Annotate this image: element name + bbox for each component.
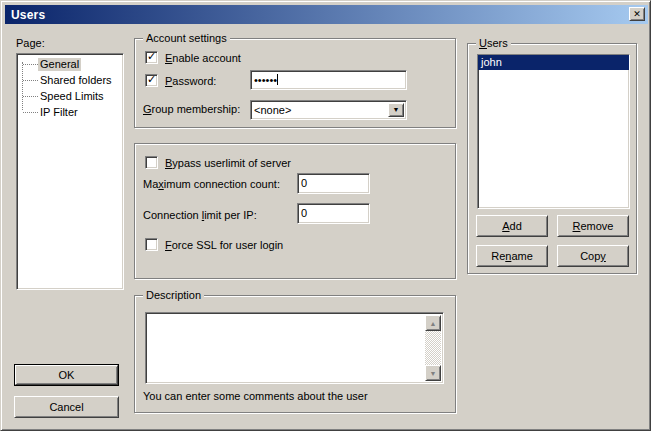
per-ip-limit-value: 0 bbox=[301, 207, 307, 219]
users-legend: Users bbox=[476, 37, 511, 49]
tree-connector-icon bbox=[23, 64, 38, 65]
tree-item-speed-limits[interactable]: Speed Limits bbox=[17, 88, 106, 104]
tree-connector-icon bbox=[23, 80, 38, 81]
ok-button-ring: OK bbox=[14, 364, 119, 386]
ok-button[interactable]: OK bbox=[15, 365, 118, 385]
password-value: •••••• bbox=[254, 74, 277, 86]
arrow-up-icon: ▲ bbox=[430, 320, 437, 327]
users-listbox[interactable]: john bbox=[477, 54, 630, 209]
password-checkbox[interactable]: ✓ bbox=[145, 74, 158, 87]
description-scrollbar[interactable]: ▲ ▼ bbox=[425, 315, 441, 381]
rename-user-button[interactable]: Rename bbox=[476, 245, 548, 267]
max-connection-input[interactable]: 0 bbox=[297, 173, 370, 194]
group-membership-label: Group membership: bbox=[143, 103, 240, 115]
users-dialog: Users ✕ Page: General Shared folders Spe… bbox=[0, 0, 651, 431]
tree-connector-icon bbox=[23, 96, 38, 97]
close-icon: ✕ bbox=[633, 10, 641, 19]
description-textarea[interactable]: ▲ ▼ bbox=[145, 312, 444, 384]
check-icon: ✓ bbox=[147, 74, 156, 85]
enable-account-label[interactable]: Enable account bbox=[165, 52, 241, 64]
bypass-userlimit-checkbox[interactable] bbox=[145, 156, 158, 169]
arrow-down-icon: ▼ bbox=[430, 370, 437, 377]
per-ip-limit-input[interactable]: 0 bbox=[297, 203, 370, 224]
add-user-button[interactable]: Add bbox=[476, 215, 548, 237]
description-caption: You can enter some comments about the us… bbox=[143, 390, 368, 402]
tree-item-general[interactable]: General bbox=[17, 56, 81, 72]
text-caret bbox=[277, 74, 278, 85]
titlebar[interactable]: Users ✕ bbox=[5, 5, 648, 24]
force-ssl-checkbox[interactable] bbox=[145, 238, 158, 251]
group-membership-value: <none> bbox=[254, 104, 291, 116]
remove-user-button[interactable]: Remove bbox=[557, 215, 629, 237]
users-group: Users john Add Remove Rename Copy bbox=[467, 43, 637, 274]
combo-dropdown-button[interactable]: ▼ bbox=[388, 103, 404, 117]
account-settings-group: Account settings ✓ Enable account ✓ Pass… bbox=[134, 38, 456, 128]
password-label[interactable]: Password: bbox=[165, 75, 216, 87]
limits-group: Bypass userlimit of server Maximum conne… bbox=[134, 143, 456, 279]
description-group: Description ▲ ▼ You can enter some comme… bbox=[134, 295, 456, 413]
tree-item-ip-filter[interactable]: IP Filter bbox=[17, 104, 80, 120]
cancel-button[interactable]: Cancel bbox=[14, 396, 119, 418]
page-label: Page: bbox=[16, 37, 45, 49]
per-ip-limit-label: Connection limit per IP: bbox=[143, 209, 257, 221]
scroll-up-button[interactable]: ▲ bbox=[425, 315, 441, 331]
enable-account-checkbox[interactable]: ✓ bbox=[145, 51, 158, 64]
force-ssl-label[interactable]: Force SSL for user login bbox=[165, 239, 283, 251]
account-settings-legend: Account settings bbox=[143, 32, 230, 44]
tree-connector-icon bbox=[23, 112, 38, 113]
tree-item-shared-folders[interactable]: Shared folders bbox=[17, 72, 114, 88]
scroll-down-button[interactable]: ▼ bbox=[425, 365, 441, 381]
page-tree[interactable]: General Shared folders Speed Limits IP F… bbox=[16, 53, 124, 290]
copy-user-button[interactable]: Copy bbox=[557, 245, 629, 267]
bypass-userlimit-label[interactable]: Bypass userlimit of server bbox=[165, 157, 291, 169]
group-membership-combobox[interactable]: <none> ▼ bbox=[250, 100, 407, 120]
description-legend: Description bbox=[143, 289, 204, 301]
max-connection-value: 0 bbox=[301, 177, 307, 189]
max-connection-label: Maximum connection count: bbox=[143, 178, 280, 190]
user-list-item[interactable]: john bbox=[478, 55, 629, 70]
chevron-down-icon: ▼ bbox=[393, 103, 400, 117]
password-input[interactable]: •••••• bbox=[250, 70, 407, 90]
window-title: Users bbox=[11, 8, 45, 22]
check-icon: ✓ bbox=[147, 51, 156, 62]
close-button[interactable]: ✕ bbox=[629, 7, 645, 21]
